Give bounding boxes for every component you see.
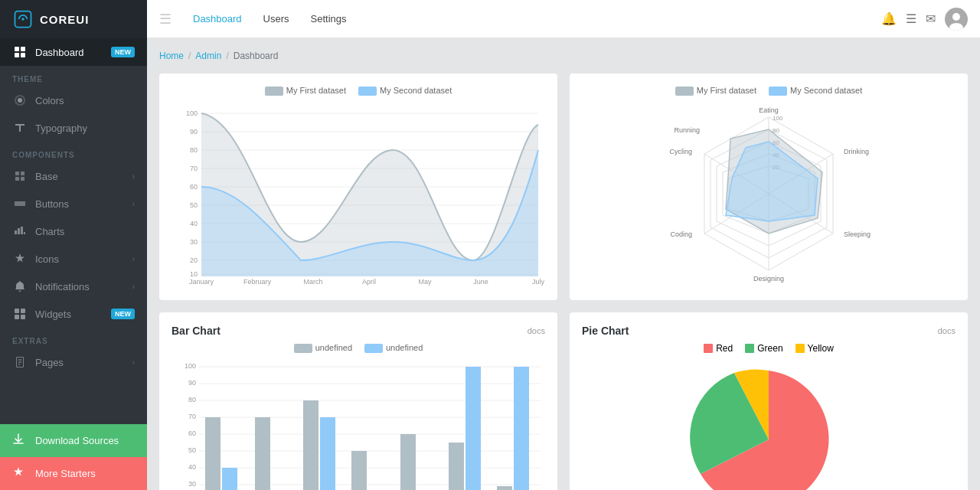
sidebar-item-widgets-label: Widgets: [35, 309, 111, 320]
sidebar-item-typography[interactable]: Typography: [0, 114, 147, 142]
radar-legend-swatch-second: [769, 87, 787, 96]
breadcrumb-home[interactable]: Home: [159, 51, 184, 61]
svg-text:100: 100: [186, 109, 198, 117]
pie-svg: [677, 363, 861, 490]
pages-arrow-icon: ›: [132, 358, 135, 367]
sidebar-item-charts[interactable]: Charts: [0, 217, 147, 245]
pie-dot-yellow: [795, 344, 805, 353]
pie-legend-yellow: Yellow: [795, 343, 834, 354]
pie-dot-red: [704, 344, 713, 353]
charts-icon: [12, 225, 28, 237]
user-avatar[interactable]: [945, 8, 968, 31]
dashboard-icon: [12, 46, 28, 58]
sidebar-item-widgets[interactable]: Widgets NEW: [0, 300, 147, 328]
sidebar-item-pages-label: Pages: [35, 357, 132, 368]
svg-point-1: [21, 18, 24, 21]
svg-point-6: [18, 98, 22, 103]
notifications-icon: [12, 280, 28, 292]
widgets-icon: [12, 308, 28, 320]
download-sources-label: Download Sources: [35, 435, 119, 446]
svg-rect-97: [514, 367, 529, 490]
breadcrumb: Home / Admin / Dashboard: [159, 51, 968, 61]
topnav-link-dashboard[interactable]: Dashboard: [184, 8, 251, 29]
svg-text:April: April: [362, 278, 376, 286]
sidebar-item-dashboard-label: Dashboard: [35, 47, 111, 58]
breadcrumb-admin[interactable]: Admin: [195, 51, 221, 61]
bell-icon[interactable]: 🔔: [881, 11, 897, 26]
sidebar-item-notifications-label: Notifications: [35, 281, 132, 292]
line-chart-svg: 100 90 80 70 60 50 40 30 20 10: [172, 102, 545, 286]
pie-legend: Red Green Yellow: [704, 343, 834, 354]
menu-toggle-icon[interactable]: ☰: [159, 11, 172, 28]
download-sources-button[interactable]: Download Sources: [0, 424, 147, 457]
icons-icon: [12, 253, 28, 265]
breadcrumb-current: Dashboard: [234, 51, 279, 61]
sidebar-item-pages[interactable]: Pages ›: [0, 348, 147, 376]
svg-text:January: January: [189, 278, 214, 286]
bar-legend-swatch-2: [364, 344, 383, 353]
legend-label-first: My First dataset: [286, 86, 346, 95]
main-content: ☰ Dashboard Users Settings 🔔 ☰ ✉ Home / …: [147, 0, 980, 490]
pie-dot-green: [745, 344, 754, 353]
topnav-icons: 🔔 ☰ ✉: [881, 8, 968, 31]
svg-text:70: 70: [188, 413, 196, 420]
email-icon[interactable]: ✉: [926, 11, 936, 26]
svg-text:50: 50: [188, 446, 196, 454]
charts-grid: My First dataset My Second dataset 100 9…: [159, 74, 968, 490]
pie-chart-title: Pie Chart: [582, 325, 629, 337]
legend-swatch-second: [358, 87, 377, 96]
svg-text:May: May: [418, 278, 432, 286]
bar-chart-docs[interactable]: docs: [528, 326, 545, 335]
svg-text:Designing: Designing: [753, 275, 784, 283]
svg-point-12: [952, 13, 960, 21]
buttons-icon: [12, 198, 28, 210]
svg-rect-2: [15, 47, 19, 51]
svg-rect-85: [222, 468, 237, 490]
svg-rect-5: [21, 53, 25, 57]
sidebar-item-buttons[interactable]: Buttons ›: [0, 190, 147, 217]
colors-icon: [12, 94, 28, 106]
svg-rect-89: [320, 417, 335, 490]
sidebar-item-buttons-label: Buttons: [35, 198, 132, 210]
notifications-arrow-icon: ›: [132, 283, 135, 291]
svg-rect-7: [15, 309, 19, 313]
typography-icon: [12, 122, 28, 134]
sidebar: COREUI Dashboard NEW THEME Colors Typogr…: [0, 0, 147, 490]
svg-text:Running: Running: [674, 126, 700, 134]
svg-text:100: 100: [773, 115, 783, 122]
more-starters-label: More Starters: [35, 468, 96, 479]
svg-rect-10: [21, 315, 25, 319]
svg-text:90: 90: [188, 379, 196, 387]
radar-chart-legend: My First dataset My Second dataset: [582, 86, 956, 96]
radar-legend-first: My First dataset: [697, 86, 756, 95]
list-icon[interactable]: ☰: [906, 11, 916, 26]
sidebar-item-colors-label: Colors: [35, 95, 135, 106]
svg-rect-95: [466, 367, 481, 490]
more-starters-button[interactable]: More Starters: [0, 457, 147, 490]
topnav-link-users[interactable]: Users: [254, 8, 299, 29]
sidebar-item-base-label: Base: [35, 171, 132, 182]
sidebar-item-charts-label: Charts: [35, 226, 135, 237]
svg-text:90: 90: [190, 128, 198, 136]
sidebar-nav: Dashboard NEW THEME Colors Typography CO…: [0, 38, 147, 424]
sidebar-item-colors[interactable]: Colors: [0, 87, 147, 114]
section-components: COMPONENTS: [0, 142, 147, 162]
sidebar-item-icons[interactable]: Icons ›: [0, 245, 147, 273]
sidebar-item-notifications[interactable]: Notifications ›: [0, 273, 147, 300]
topnav-link-settings[interactable]: Settings: [302, 8, 356, 29]
dashboard-badge: NEW: [111, 47, 135, 57]
pie-chart-docs[interactable]: docs: [938, 326, 956, 335]
sidebar-footer: Download Sources More Starters: [0, 424, 147, 490]
svg-rect-88: [303, 400, 318, 490]
bar-chart-title: Bar Chart: [172, 325, 220, 337]
logo-icon: [12, 8, 34, 30]
svg-text:40: 40: [190, 220, 198, 227]
bar-legend-label-2: undefined: [386, 343, 423, 352]
legend-swatch-first: [265, 87, 283, 96]
sidebar-item-base[interactable]: Base ›: [0, 162, 147, 190]
svg-text:40: 40: [188, 463, 196, 471]
sidebar-item-dashboard[interactable]: Dashboard NEW: [0, 38, 147, 66]
base-arrow-icon: ›: [132, 172, 135, 181]
svg-text:30: 30: [190, 238, 198, 246]
svg-text:10: 10: [190, 270, 198, 278]
